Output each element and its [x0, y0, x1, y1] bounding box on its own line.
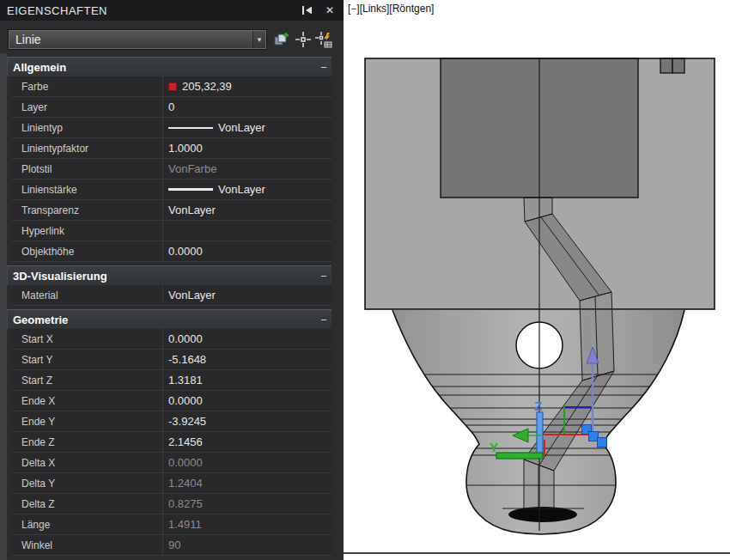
property-value[interactable]: 2.1456 — [163, 432, 332, 452]
select-objects-button[interactable] — [294, 30, 312, 48]
grip-mid[interactable] — [589, 432, 599, 441]
property-value[interactable]: 1.0000 — [163, 138, 332, 158]
property-value[interactable]: 1.3181 — [163, 370, 332, 390]
section-header-3d-visualisierung[interactable]: 3D-Visualisierung − — [7, 265, 332, 285]
property-label: Ende Y — [12, 411, 163, 431]
property-row-start-z: Start Z 1.3181 — [12, 370, 332, 391]
property-label: Start Y — [12, 350, 163, 369]
property-value[interactable]: -5.1648 — [163, 350, 332, 369]
property-label: Plotstil — [12, 159, 163, 179]
property-label: Linientypfaktor — [12, 138, 163, 158]
property-label: Delta Z — [12, 494, 163, 514]
section-header-geometrie[interactable]: Geometrie − — [7, 309, 332, 329]
property-row-start-x: Start X 0.0000 — [12, 329, 332, 350]
property-label: Farbe — [12, 76, 163, 96]
property-row-farbe: Farbe 205,32,39 — [12, 76, 332, 97]
property-row-delta-x: Delta X 0.0000 — [12, 453, 332, 473]
property-label: Start Z — [12, 370, 163, 390]
property-label: Linientyp — [12, 118, 163, 137]
property-row-transparenz: Transparenz VonLayer — [12, 200, 332, 221]
property-label: Länge — [12, 514, 163, 534]
ucs-y-label: Y — [490, 440, 498, 454]
toggle-pickadd-button[interactable] — [272, 30, 290, 48]
property-value: 90 — [163, 535, 332, 555]
autocad-window: EIGENSCHAFTEN ✕ Linie ▼ — [0, 0, 730, 560]
quick-select-button[interactable] — [314, 30, 332, 48]
property-row-linienstaerke: Linienstärke VonLayer — [12, 180, 332, 200]
collapse-button[interactable]: − — [316, 270, 332, 283]
property-value[interactable]: 0.0000 — [163, 391, 332, 411]
property-label: Ende X — [12, 391, 163, 411]
collapse-button[interactable]: − — [316, 313, 332, 326]
property-value[interactable]: 0 — [163, 97, 332, 117]
property-label: Ende Z — [12, 432, 163, 452]
ucs-z-label: Z — [534, 399, 542, 413]
property-row-linientypfaktor: Linientypfaktor 1.0000 — [12, 138, 332, 159]
property-row-layer: Layer 0 — [12, 97, 332, 118]
property-value: 0.0000 — [163, 453, 332, 472]
property-label: Linienstärke — [12, 180, 163, 199]
property-value[interactable]: VonLayer — [163, 200, 332, 220]
palette-toolbar: Linie ▼ — [0, 21, 344, 53]
property-row-ende-z: Ende Z 2.1456 — [12, 432, 332, 453]
section-label: Allgemein — [8, 61, 316, 74]
drawing-viewport[interactable]: Z Y [−][Links][Röntgen] — [344, 0, 730, 560]
select-objects-icon — [295, 31, 312, 48]
object-type-value: Linie — [9, 33, 252, 46]
dropdown-arrow-icon[interactable]: ▼ — [252, 31, 265, 48]
property-label: Delta X — [12, 453, 163, 472]
property-value[interactable]: 0.0000 — [163, 329, 332, 349]
toggle-pickadd-icon — [273, 31, 290, 48]
property-row-linientyp: Linientyp VonLayer — [12, 118, 332, 138]
property-value[interactable] — [163, 221, 332, 240]
property-label: Material — [12, 285, 163, 305]
lineweight-sample-icon — [168, 188, 213, 191]
palette-content: Allgemein − Farbe 205,32,39 Layer 0 Lini… — [7, 53, 332, 556]
property-row-material: Material VonLayer — [12, 285, 332, 306]
property-value[interactable]: VonLayer — [163, 180, 332, 199]
property-label: Hyperlink — [12, 221, 163, 240]
property-label: Transparenz — [12, 200, 163, 220]
property-row-delta-y: Delta Y 1.2404 — [12, 473, 332, 494]
property-value[interactable]: 0.0000 — [163, 241, 332, 261]
section-header-allgemein[interactable]: Allgemein − — [7, 57, 332, 76]
property-label: Start X — [12, 329, 163, 349]
palette-titlebar: EIGENSCHAFTEN ✕ — [0, 0, 344, 21]
property-value[interactable]: -3.9245 — [163, 411, 332, 431]
property-row-plotstil: Plotstil VonFarbe — [12, 159, 332, 180]
auto-hide-pin-icon[interactable] — [301, 3, 314, 17]
property-label: Objekthöhe — [12, 241, 163, 261]
collapse-button[interactable]: − — [316, 61, 332, 74]
model-canvas: Z Y — [344, 0, 730, 560]
properties-palette: EIGENSCHAFTEN ✕ Linie ▼ — [0, 0, 344, 560]
property-row-objekthoehe: Objekthöhe 0.0000 — [12, 241, 332, 262]
property-label: Winkel — [12, 535, 163, 555]
object-type-dropdown[interactable]: Linie ▼ — [9, 30, 266, 49]
property-value: 1.4911 — [163, 514, 332, 534]
property-row-delta-z: Delta Z 0.8275 — [12, 494, 332, 514]
section-label: Geometrie — [8, 313, 316, 326]
property-row-winkel: Winkel 90 — [12, 535, 332, 556]
property-value: VonFarbe — [163, 159, 332, 179]
section-label: 3D-Visualisierung — [8, 270, 316, 283]
property-value: 0.8275 — [163, 494, 332, 514]
bottom-cap — [508, 507, 577, 522]
property-value[interactable]: VonLayer — [163, 285, 332, 305]
property-row-ende-y: Ende Y -3.9245 — [12, 411, 332, 432]
property-value[interactable]: 205,32,39 — [163, 76, 332, 96]
palette-left-strip — [0, 53, 7, 560]
property-row-laenge: Länge 1.4911 — [12, 514, 332, 535]
grip-end[interactable] — [598, 438, 607, 447]
property-row-ende-x: Ende X 0.0000 — [12, 391, 332, 411]
color-swatch — [168, 82, 177, 91]
property-label: Delta Y — [12, 473, 163, 493]
property-value: 1.2404 — [163, 473, 332, 493]
property-label: Layer — [12, 97, 163, 117]
viewport-controls-label[interactable]: [−][Links][Röntgen] — [348, 3, 434, 15]
property-row-start-y: Start Y -5.1648 — [12, 350, 332, 370]
property-row-hyperlink: Hyperlink — [12, 221, 332, 241]
close-icon[interactable]: ✕ — [323, 3, 337, 17]
quick-select-icon — [314, 31, 332, 48]
property-value[interactable]: VonLayer — [163, 118, 332, 137]
palette-title: EIGENSCHAFTEN — [0, 4, 107, 17]
